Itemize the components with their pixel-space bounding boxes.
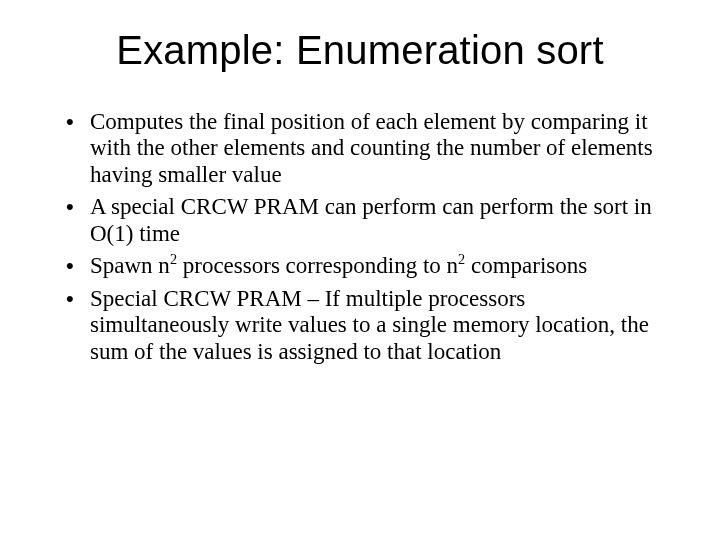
bullet-list: Computes the final position of each elem… [62,109,658,365]
list-item: Special CRCW PRAM – If multiple processo… [62,286,658,365]
slide-title: Example: Enumeration sort [62,28,658,73]
slide: Example: Enumeration sort Computes the f… [0,0,720,540]
list-item: A special CRCW PRAM can perform can perf… [62,194,658,247]
list-item: Spawn n2 processors corresponding to n2 … [62,253,658,279]
list-item: Computes the final position of each elem… [62,109,658,188]
